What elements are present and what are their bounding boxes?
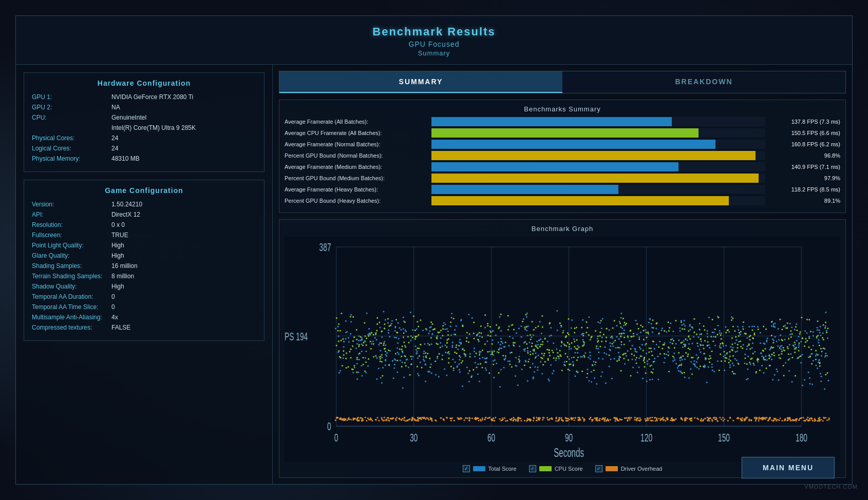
- config-row-shadow: Shadow Quality: High: [32, 283, 256, 290]
- legend-total-color: [473, 466, 485, 471]
- legend-driver-color: [606, 466, 618, 471]
- pcores-value: 24: [111, 134, 118, 142]
- legend-cpu-score: ✓ CPU Score: [529, 465, 583, 472]
- bench-value: 137.8 FPS (7.3 ms): [768, 119, 840, 125]
- memory-label: Physical Memory:: [32, 155, 111, 162]
- benchmarks-title: Benchmarks Summary: [285, 105, 840, 113]
- bench-bar-container: [431, 140, 765, 149]
- fullscreen-label: Fullscreen:: [32, 232, 111, 239]
- taa-dur-label: Temporal AA Duration:: [32, 293, 111, 300]
- resolution-label: Resolution:: [32, 221, 111, 228]
- pcores-label: Physical Cores:: [32, 134, 111, 142]
- config-row-taa-dur: Temporal AA Duration: 0: [32, 293, 256, 300]
- shading-value: 16 million: [111, 262, 138, 270]
- bench-bar: [431, 140, 715, 149]
- bench-row: Average Framerate (Heavy Batches): 118.2…: [285, 185, 840, 194]
- bench-row: Average Framerate (Medium Batches): 140.…: [285, 162, 840, 171]
- hardware-config-section: Hardware Configuration GPU 1: NVIDIA GeF…: [24, 72, 265, 172]
- bench-value: 160.8 FPS (6.2 ms): [768, 141, 840, 147]
- config-row-glare: Glare Quality: High: [32, 252, 256, 259]
- config-row-cpu: CPU: GenuineIntel: [32, 114, 256, 121]
- bench-bar: [431, 174, 759, 183]
- watermark: VMODTECH.COM: [804, 484, 858, 490]
- bench-bar-container: [431, 117, 765, 126]
- legend-cpu-check[interactable]: ✓: [529, 465, 536, 472]
- bench-label: Average Framerate (Normal Batches):: [285, 141, 428, 147]
- msaa-label: Multisample Anti-Aliasing:: [32, 314, 111, 321]
- shadow-label: Shadow Quality:: [32, 283, 111, 290]
- bench-bar: [431, 128, 699, 138]
- bench-bar-container: [431, 162, 765, 171]
- footer-area: MAIN MENU: [742, 457, 835, 478]
- bench-label: Average CPU Framerate (All Batches):: [285, 130, 428, 136]
- config-row-resolution: Resolution: 0 x 0: [32, 221, 256, 228]
- benchmarks-box: Benchmarks Summary Average Framerate (Al…: [279, 100, 846, 213]
- tabs-row: SUMMARY BREAKDOWN: [279, 71, 846, 93]
- compressed-value: FALSE: [111, 324, 130, 331]
- taa-dur-value: 0: [111, 293, 115, 300]
- hardware-config-title: Hardware Configuration: [32, 79, 256, 87]
- terrain-label: Terrain Shading Samples:: [32, 273, 111, 280]
- tab-summary[interactable]: SUMMARY: [279, 71, 562, 93]
- gpu1-value: NVIDIA GeForce RTX 2080 Ti: [111, 93, 193, 101]
- bench-value: 97.9%: [768, 175, 840, 181]
- graph-canvas: [285, 237, 840, 462]
- glare-value: High: [111, 252, 124, 259]
- config-row-terrain: Terrain Shading Samples: 8 million: [32, 273, 256, 280]
- bench-row: Average Framerate (Normal Batches): 160.…: [285, 140, 840, 149]
- main-menu-button[interactable]: MAIN MENU: [742, 457, 835, 478]
- config-row-point-light: Point Light Quality: High: [32, 242, 256, 249]
- right-panel: SUMMARY BREAKDOWN Benchmarks Summary Ave…: [273, 65, 852, 484]
- config-row-msaa: Multisample Anti-Aliasing: 4x: [32, 314, 256, 321]
- taa-slice-label: Temporal AA Time Slice:: [32, 303, 111, 311]
- header-type: Summary: [26, 49, 842, 57]
- memory-value: 48310 MB: [111, 155, 140, 162]
- legend-total-label: Total Score: [488, 466, 517, 472]
- api-label: API:: [32, 211, 111, 218]
- gpu1-label: GPU 1:: [32, 93, 111, 101]
- game-config-section: Game Configuration Version: 1.50.24210 A…: [24, 180, 265, 341]
- bench-label: Average Framerate (All Batches):: [285, 119, 428, 125]
- bench-bar: [431, 162, 678, 171]
- config-row-gpu1: GPU 1: NVIDIA GeForce RTX 2080 Ti: [32, 93, 256, 101]
- shadow-value: High: [111, 283, 124, 290]
- gpu2-label: GPU 2:: [32, 104, 111, 111]
- config-row-taa-slice: Temporal AA Time Slice: 0: [32, 303, 256, 311]
- bench-label: Average Framerate (Medium Batches):: [285, 164, 428, 170]
- main-container: Benchmark Results GPU Focused Summary Ha…: [15, 15, 853, 485]
- config-row-compressed: Compressed textures: FALSE: [32, 324, 256, 331]
- bench-row: Average CPU Framerate (All Batches): 150…: [285, 128, 840, 138]
- bench-bar: [431, 185, 618, 194]
- bench-bar: [431, 196, 729, 205]
- point-light-label: Point Light Quality:: [32, 242, 111, 249]
- bench-value: 96.8%: [768, 152, 840, 159]
- header-subtitle: GPU Focused: [26, 40, 842, 48]
- game-config-title: Game Configuration: [32, 186, 256, 195]
- config-row-pcores: Physical Cores: 24: [32, 134, 256, 142]
- config-row-gpu2: GPU 2: NA: [32, 104, 256, 111]
- bench-label: Percent GPU Bound (Heavy Batches):: [285, 198, 428, 204]
- compressed-label: Compressed textures:: [32, 324, 111, 331]
- config-row-version: Version: 1.50.24210: [32, 201, 256, 208]
- bench-label: Percent GPU Bound (Normal Batches):: [285, 152, 428, 159]
- legend-driver-check[interactable]: ✓: [595, 465, 602, 472]
- bench-bar-container: [431, 174, 765, 183]
- bench-bar-container: [431, 196, 765, 205]
- cpu-value: GenuineIntel: [111, 114, 146, 121]
- legend-total-check[interactable]: ✓: [463, 465, 470, 472]
- bench-bar-container: [431, 128, 765, 138]
- bench-row: Average Framerate (All Batches): 137.8 F…: [285, 117, 840, 126]
- left-panel: Hardware Configuration GPU 1: NVIDIA GeF…: [16, 65, 273, 484]
- bench-bar: [431, 117, 672, 126]
- config-row-lcores: Logical Cores: 24: [32, 145, 256, 152]
- tab-breakdown[interactable]: BREAKDOWN: [562, 71, 845, 93]
- bench-label: Percent GPU Bound (Medium Batches):: [285, 175, 428, 181]
- terrain-value: 8 million: [111, 273, 134, 280]
- bench-value: 150.5 FPS (6.6 ms): [768, 130, 840, 136]
- graph-area: 387 FPS 194 0 0 30 60 90 120 150 180 Sec…: [285, 237, 840, 462]
- version-label: Version:: [32, 201, 111, 208]
- bench-row: Percent GPU Bound (Heavy Batches): 89.1%: [285, 196, 840, 205]
- cpu-model: Intel(R) Core(TM) Ultra 9 285K: [32, 124, 256, 131]
- legend-driver-overhead: ✓ Driver Overhead: [595, 465, 663, 472]
- fullscreen-value: TRUE: [111, 232, 128, 239]
